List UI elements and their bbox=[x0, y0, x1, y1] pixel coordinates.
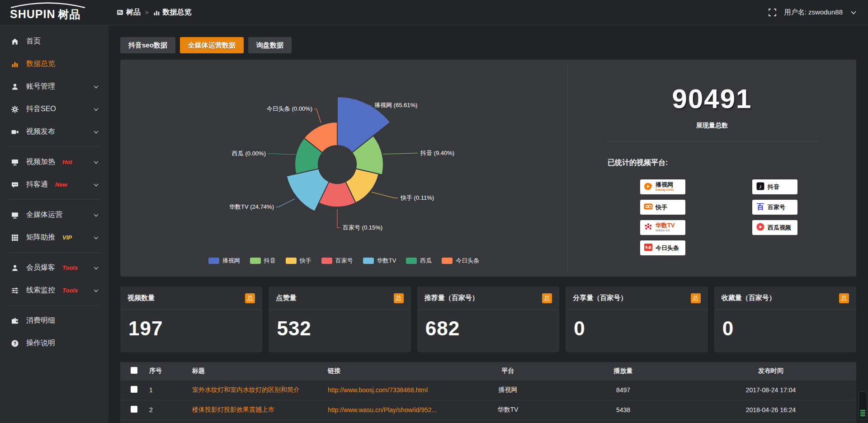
breadcrumb-root[interactable]: 树品 bbox=[117, 8, 141, 17]
legend-item[interactable]: 快手 bbox=[286, 257, 311, 265]
sidebar-item-video[interactable]: 视频发布 bbox=[0, 120, 108, 143]
row-cell-6: 2018-04-26 16:24 bbox=[685, 400, 856, 420]
row-checkbox-cell bbox=[120, 420, 147, 423]
legend-item[interactable]: 华数TV bbox=[363, 257, 396, 265]
chat-icon bbox=[11, 180, 19, 188]
pie-slice-5[interactable] bbox=[287, 169, 329, 211]
question-icon: ? bbox=[11, 339, 19, 347]
sidebar-item-member[interactable]: 会员爆客Tools bbox=[0, 256, 108, 279]
platform-name-text: 快手 bbox=[656, 204, 667, 211]
main-content: 抖音seo数据全媒体运营数据询盘数据 播视网抖音快手百家号华数TV西瓜今日头条 … bbox=[108, 25, 868, 423]
select-all-checkbox[interactable] bbox=[131, 367, 137, 374]
username-menu[interactable]: 用户名: zswodun88 bbox=[784, 8, 843, 17]
breadcrumb-current[interactable]: 数据总览 bbox=[153, 8, 192, 17]
stat-card-header: 推荐量（百家号）总 bbox=[417, 287, 559, 310]
total-badge: 总 bbox=[245, 293, 255, 303]
platform-badge-toutiao: 头条今日头条 bbox=[640, 240, 685, 255]
row-cell-5: 5438 bbox=[561, 400, 685, 420]
sidebar-item-badge: Tools bbox=[62, 264, 78, 271]
row-title[interactable] bbox=[190, 420, 326, 423]
sidebar-item-label: 抖音SEO bbox=[26, 104, 56, 114]
stat-card-2: 点赞量总532 bbox=[269, 287, 410, 352]
legend-item[interactable]: 今日头条 bbox=[442, 257, 479, 265]
legend-item[interactable]: 百家号 bbox=[321, 257, 353, 265]
sidebar-item-gear[interactable]: 抖音SEO bbox=[0, 98, 108, 120]
sidebar-item-screen[interactable]: 视频加热Hot bbox=[0, 150, 108, 173]
sidebar-item-sliders[interactable]: 线索监控Tools bbox=[0, 279, 108, 301]
sidebar-item-chart[interactable]: 数据总览 bbox=[0, 52, 108, 75]
fullscreen-icon[interactable] bbox=[769, 9, 776, 16]
platform-column-1: 播视网boosj.com快手华数TVwasu.cn头条今日头条 bbox=[640, 179, 685, 255]
platform-sub-text: wasu.cn bbox=[656, 229, 675, 233]
row-checkbox[interactable] bbox=[131, 386, 137, 393]
table-header-5: 播放量 bbox=[561, 362, 685, 380]
summary-divider bbox=[606, 141, 818, 142]
platform-badges: 播视网boosj.com快手华数TVwasu.cn头条今日头条♪抖音百百家号西瓜… bbox=[640, 179, 856, 255]
toutiao-icon: 头条 bbox=[643, 242, 653, 254]
legend-swatch bbox=[363, 258, 374, 264]
monitor-icon bbox=[11, 211, 19, 219]
legend-label: 快手 bbox=[300, 257, 311, 265]
sidebar-item-label: 首页 bbox=[26, 37, 41, 46]
row-checkbox[interactable] bbox=[131, 406, 137, 413]
screen-icon bbox=[11, 158, 19, 166]
platform-badge-baijiahao: 百百家号 bbox=[752, 200, 797, 215]
legend-item[interactable]: 播视网 bbox=[208, 257, 240, 265]
legend-swatch bbox=[321, 258, 332, 264]
legend-swatch bbox=[406, 258, 417, 264]
sidebar-item-monitor[interactable]: 全媒体运营 bbox=[0, 203, 108, 226]
chevron-down-icon bbox=[94, 233, 99, 241]
sidebar-item-wallet[interactable]: 消费明细 bbox=[0, 309, 108, 332]
pie-label-line bbox=[314, 109, 321, 123]
impressions-total-value: 90491 bbox=[568, 83, 856, 114]
table-header-1: 序号 bbox=[147, 362, 190, 380]
sidebar-item-question[interactable]: ?操作说明 bbox=[0, 332, 108, 354]
row-cell-1: 2 bbox=[147, 400, 190, 420]
legend-item[interactable]: 西瓜 bbox=[406, 257, 432, 265]
impressions-summary: 90491 展现量总数 已统计的视频平台: 播视网boosj.com快手华数TV… bbox=[568, 60, 856, 277]
kuaishou-icon bbox=[643, 202, 653, 213]
chevron-down-icon bbox=[94, 286, 99, 294]
sidebar-item-chat[interactable]: 抖客通New bbox=[0, 173, 108, 196]
pie-svg bbox=[120, 60, 567, 277]
legend-label: 今日头条 bbox=[456, 257, 479, 265]
pie-label: 今日头条 (0.00%) bbox=[267, 105, 312, 113]
sidebar-item-badge: New bbox=[55, 181, 67, 188]
app-logo[interactable]: SHUPIN 树品 bbox=[0, 0, 108, 25]
table-header-3: 链接 bbox=[326, 362, 455, 380]
stat-card-title: 收藏量（百家号） bbox=[722, 294, 776, 302]
sidebar-item-grid[interactable]: 矩阵助推VIP bbox=[0, 226, 108, 249]
row-title[interactable]: 室外水纹灯和室内水纹灯的区别和简介 bbox=[190, 380, 326, 400]
sidebar-item-badge: Tools bbox=[62, 287, 78, 294]
row-cell-1: 1 bbox=[147, 380, 190, 400]
row-cell-4 bbox=[455, 420, 561, 423]
sidebar-item-user[interactable]: 账号管理 bbox=[0, 75, 108, 98]
sidebar-item-label: 账号管理 bbox=[26, 82, 55, 91]
row-cell-4: 华数TV bbox=[455, 400, 561, 420]
row-title[interactable]: 楼体投影灯投影效果震撼上市 bbox=[190, 400, 326, 420]
legend-item[interactable]: 抖音 bbox=[250, 257, 276, 265]
row-link-anchor[interactable]: http://www.boosj.com/7338468.html bbox=[328, 386, 428, 394]
floating-widget[interactable] bbox=[859, 391, 867, 419]
pie-label: 华数TV (24.74%) bbox=[229, 203, 274, 211]
pie-label: 播视网 (65.61%) bbox=[374, 101, 417, 109]
stat-card-value: 197 bbox=[120, 310, 262, 340]
pie-label-line bbox=[276, 199, 295, 207]
platform-name: 抖音 bbox=[768, 184, 779, 190]
tab-3[interactable]: 询盘数据 bbox=[248, 37, 292, 53]
tab-1[interactable]: 抖音seo数据 bbox=[120, 37, 175, 53]
stat-card-title: 视频数量 bbox=[127, 294, 155, 302]
legend-label: 百家号 bbox=[335, 257, 353, 265]
tab-2[interactable]: 全媒体运营数据 bbox=[180, 37, 244, 53]
platform-name: 播视网boosj.com bbox=[656, 182, 674, 192]
sidebar-item-label: 线索监控 bbox=[26, 286, 55, 295]
row-link-anchor[interactable]: http://www.wasu.cn/Play/show/id/952... bbox=[328, 406, 437, 414]
wasu-icon bbox=[643, 222, 653, 234]
sidebar-item-home[interactable]: 首页 bbox=[0, 30, 108, 52]
sidebar-divider bbox=[8, 305, 100, 306]
stat-card-title: 点赞量 bbox=[276, 294, 296, 302]
stat-card-value: 0 bbox=[566, 310, 708, 340]
member-icon bbox=[11, 263, 19, 272]
row-cell-5: 8497 bbox=[561, 380, 685, 400]
stat-card-title: 推荐量（百家号） bbox=[425, 294, 479, 302]
